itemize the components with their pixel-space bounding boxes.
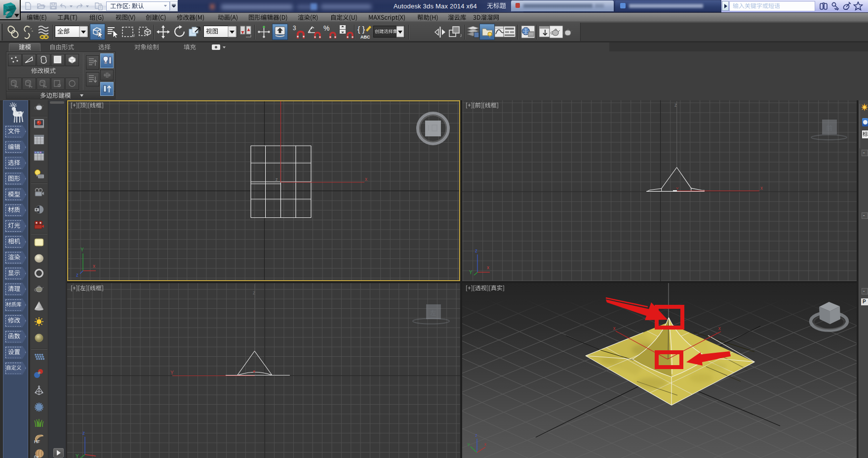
svg-text:x: x <box>718 326 721 331</box>
svg-text:0x: 0x <box>34 455 39 458</box>
svg-text:z: z <box>82 430 85 436</box>
svg-text:x: x <box>760 185 763 191</box>
svg-text:{ }: { } <box>357 25 365 34</box>
svg-text:z: z <box>674 102 677 108</box>
svg-text:Y: Y <box>76 454 79 458</box>
svg-text:z: z <box>475 248 477 253</box>
svg-text:HF: HF <box>34 439 40 444</box>
svg-text:Y: Y <box>469 270 473 275</box>
svg-text:ABC: ABC <box>360 35 370 40</box>
svg-text:z: z <box>475 433 477 438</box>
svg-text:x: x <box>484 442 487 447</box>
svg-text:x: x <box>487 265 489 270</box>
svg-text:Y: Y <box>467 442 470 447</box>
svg-text:%: % <box>323 24 329 32</box>
svg-text:3: 3 <box>293 25 296 32</box>
svg-text:x: x <box>613 326 616 331</box>
svg-text:z: z <box>253 290 255 295</box>
svg-text:Y: Y <box>170 370 174 375</box>
